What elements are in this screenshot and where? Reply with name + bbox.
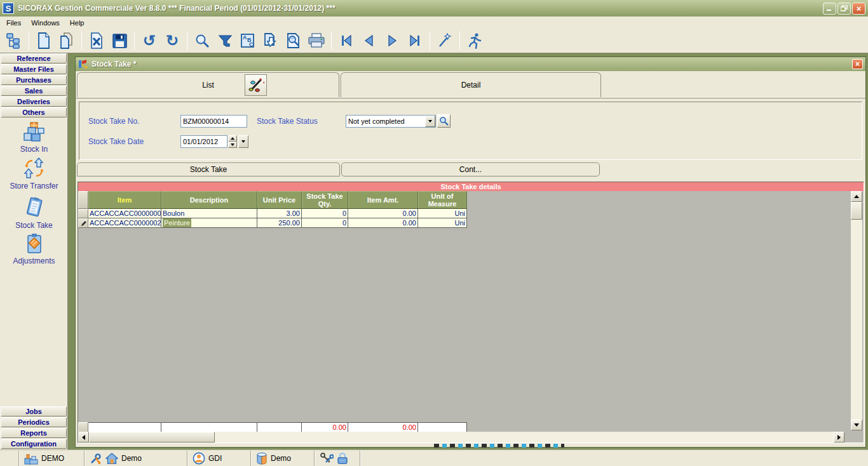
application-window: S SICORAX Gestion Commerciale Ver 8.8.0 … xyxy=(0,0,868,466)
scroll-down-button[interactable] xyxy=(851,420,862,430)
wizard-button[interactable] xyxy=(433,30,456,51)
column-header-unit-of-measure: Unit of Measure xyxy=(418,191,467,209)
sidebar-item-label: Stock In xyxy=(20,145,48,154)
row-selector[interactable] xyxy=(78,209,88,218)
tab-list[interactable]: List xyxy=(77,72,339,97)
sidebar-button-master-files[interactable]: Master Files xyxy=(1,64,67,74)
date-dropdown-button[interactable] xyxy=(238,135,248,148)
scroll-right-button[interactable] xyxy=(834,432,844,443)
menu-files[interactable]: Files xyxy=(1,18,26,28)
status-lookup-button[interactable] xyxy=(437,114,451,128)
print-preview-button[interactable] xyxy=(282,30,305,51)
menu-help[interactable]: Help xyxy=(65,18,90,28)
close-button[interactable]: × xyxy=(852,3,865,15)
database-name: Demo xyxy=(271,454,291,463)
stock-in-icon xyxy=(22,121,46,143)
cell-qty[interactable]: 0 xyxy=(302,209,348,218)
sidebar-button-jobs[interactable]: Jobs xyxy=(1,406,67,416)
cell-amount[interactable]: 0.00 xyxy=(348,218,418,228)
sidebar-button-sales[interactable]: Sales xyxy=(1,86,67,96)
cell-qty[interactable]: 0 xyxy=(302,218,348,228)
mdi-workspace: Reference Master Files Purchases Sales D… xyxy=(0,53,868,449)
copy-button[interactable] xyxy=(55,30,78,51)
horizontal-scrollbar[interactable] xyxy=(78,432,844,443)
nav-next-button[interactable] xyxy=(381,30,403,51)
cell-item[interactable]: ACCACCACC0000000 xyxy=(88,209,161,218)
status-dropdown-button[interactable] xyxy=(425,116,435,127)
spin-down-button[interactable] xyxy=(228,142,237,148)
sidebar-item-stock-in[interactable]: Stock In xyxy=(0,121,68,154)
subtab-stock-take[interactable]: Stock Take xyxy=(77,163,340,176)
totals-description xyxy=(161,422,257,432)
cell-description-selected[interactable]: Peinture xyxy=(161,218,257,228)
menu-windows[interactable]: Windows xyxy=(26,18,65,28)
sidebar-item-store-transfer[interactable]: Store Transfer xyxy=(0,156,68,190)
sidebar-button-configuration[interactable]: Configuration xyxy=(1,439,67,449)
save-button[interactable] xyxy=(108,30,131,51)
lookup-magnifier-icon xyxy=(439,116,449,126)
date-spinner[interactable] xyxy=(228,135,237,148)
sidebar-button-deliveries[interactable]: Deliveries xyxy=(1,97,67,107)
toolbar-separator xyxy=(430,31,430,50)
home-icon xyxy=(105,452,118,465)
tree-button[interactable] xyxy=(3,30,25,51)
sidebar-button-periodics[interactable]: Periodics xyxy=(1,417,67,427)
cell-uom[interactable]: Uni xyxy=(418,209,467,218)
sidebar-button-reports[interactable]: Reports xyxy=(1,428,67,438)
minimize-button[interactable] xyxy=(823,3,836,15)
stock-take-window: Stock Take * × List Detail xyxy=(75,57,866,448)
cell-amount[interactable]: 0.00 xyxy=(348,209,418,218)
nav-previous-button[interactable] xyxy=(358,30,381,51)
stock-take-status-combo[interactable]: Not yet completed xyxy=(346,115,436,128)
spellcheck-button[interactable]: ABC xyxy=(236,30,259,51)
toolbar-separator xyxy=(331,31,332,50)
sidebar-item-stock-take[interactable]: Stock Take xyxy=(0,196,68,230)
totals-unit-price xyxy=(257,422,302,432)
run-button[interactable] xyxy=(463,30,486,51)
delete-button[interactable] xyxy=(85,30,108,51)
restore-button[interactable] xyxy=(837,3,851,15)
sidebar-item-adjustments[interactable]: Adjustments xyxy=(0,232,68,265)
new-document-icon xyxy=(36,32,51,49)
filter-button[interactable] xyxy=(214,30,236,51)
cell-unit-price[interactable]: 250.00 xyxy=(257,218,302,228)
refresh-icon: ↻ xyxy=(166,33,179,48)
subtab-cont[interactable]: Cont... xyxy=(341,163,600,176)
nav-last-button[interactable] xyxy=(403,30,426,51)
spin-up-button[interactable] xyxy=(228,135,237,142)
refresh-button[interactable]: ↻ xyxy=(161,30,184,51)
horizontal-scroll-thumb[interactable] xyxy=(89,432,215,443)
sidebar-button-reference[interactable]: Reference xyxy=(1,53,67,63)
cell-uom[interactable]: Uni xyxy=(418,218,467,228)
undo-icon: ↺ xyxy=(143,33,156,48)
company-name: DEMO xyxy=(41,454,64,463)
chevron-down-icon xyxy=(241,140,245,143)
scroll-left-button[interactable] xyxy=(78,432,89,443)
svg-text:C: C xyxy=(249,41,254,48)
scroll-up-button[interactable] xyxy=(851,191,862,202)
run-icon xyxy=(467,32,482,49)
document-close-button[interactable]: × xyxy=(852,59,863,69)
sidebar-button-purchases[interactable]: Purchases xyxy=(1,75,67,85)
print-button[interactable] xyxy=(305,30,328,51)
stock-take-date-input[interactable] xyxy=(180,135,227,148)
vertical-scroll-thumb[interactable] xyxy=(851,202,862,220)
cell-unit-price[interactable]: 3.00 xyxy=(257,209,302,218)
sidebar-button-others[interactable]: Others xyxy=(1,107,67,117)
undo-button[interactable]: ↺ xyxy=(138,30,161,51)
new-button[interactable] xyxy=(32,30,55,51)
cell-description[interactable]: Boulon xyxy=(161,209,257,218)
stock-take-no-input[interactable] xyxy=(180,115,247,128)
nav-first-button[interactable] xyxy=(335,30,358,51)
cell-item[interactable]: ACCACCACC0000002 xyxy=(88,218,161,228)
vertical-scrollbar[interactable] xyxy=(851,191,862,430)
export-button[interactable] xyxy=(259,30,282,51)
filter-icon xyxy=(217,33,233,49)
list-wizard-button[interactable] xyxy=(245,74,267,96)
tab-detail[interactable]: Detail xyxy=(341,72,601,97)
export-icon xyxy=(262,32,279,49)
spellcheck-icon: ABC xyxy=(240,32,256,49)
search-button[interactable] xyxy=(191,30,214,51)
document-icon xyxy=(78,59,88,69)
row-selector-editing[interactable] xyxy=(78,218,88,228)
